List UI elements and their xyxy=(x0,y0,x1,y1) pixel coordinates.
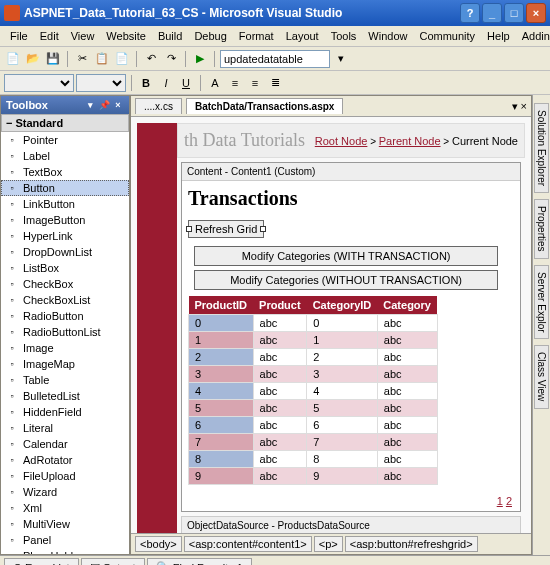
toolbox-item-multiview[interactable]: ▫MultiView xyxy=(1,516,129,532)
open-icon[interactable]: 📂 xyxy=(24,50,42,68)
toolbox-item-literal[interactable]: ▫Literal xyxy=(1,420,129,436)
output-tab[interactable]: ▤Output xyxy=(81,558,145,565)
menu-tools[interactable]: Tools xyxy=(325,28,363,44)
table-row[interactable]: 0abc0abc xyxy=(189,315,438,332)
server-explorer-tab[interactable]: Server Explor xyxy=(534,265,549,340)
toolbox-item-adrotator[interactable]: ▫AdRotator xyxy=(1,452,129,468)
refresh-grid-button[interactable]: Refresh Grid xyxy=(188,220,264,238)
menu-addins[interactable]: Addins xyxy=(516,28,550,44)
redo-icon[interactable]: ↷ xyxy=(162,50,180,68)
toolbox-item-label[interactable]: ▫Label xyxy=(1,148,129,164)
font-select[interactable] xyxy=(4,74,74,92)
toolbox-close-icon[interactable]: × xyxy=(112,99,124,111)
modify-with-transaction-button[interactable]: Modify Categories (WITH TRANSACTION) xyxy=(194,246,498,266)
toolbox-item-checkboxlist[interactable]: ▫CheckBoxList xyxy=(1,292,129,308)
toolbox-item-imagebutton[interactable]: ▫ImageButton xyxy=(1,212,129,228)
toolbox-item-imagemap[interactable]: ▫ImageMap xyxy=(1,356,129,372)
minimize-button[interactable]: _ xyxy=(482,3,502,23)
grid-header[interactable]: Product xyxy=(253,296,307,315)
save-icon[interactable]: 💾 xyxy=(44,50,62,68)
config-input[interactable] xyxy=(220,50,330,68)
table-row[interactable]: 2abc2abc xyxy=(189,349,438,366)
paste-icon[interactable]: 📄 xyxy=(113,50,131,68)
new-icon[interactable]: 📄 xyxy=(4,50,22,68)
menu-format[interactable]: Format xyxy=(233,28,280,44)
toolbox-item-calendar[interactable]: ▫Calendar xyxy=(1,436,129,452)
tag-body[interactable]: <body> xyxy=(135,536,182,552)
toolbox-item-pointer[interactable]: ▫Pointer xyxy=(1,132,129,148)
align-center-icon[interactable]: ≡ xyxy=(246,74,264,92)
breadcrumb-parent[interactable]: Parent Node xyxy=(379,135,441,147)
tab-dropdown-icon[interactable]: ▾ xyxy=(512,100,518,113)
size-select[interactable] xyxy=(76,74,126,92)
menu-community[interactable]: Community xyxy=(413,28,481,44)
toolbox-item-table[interactable]: ▫Table xyxy=(1,372,129,388)
toolbox-pin-icon[interactable]: 📌 xyxy=(98,99,110,111)
help-button[interactable]: ? xyxy=(460,3,480,23)
menu-edit[interactable]: Edit xyxy=(34,28,65,44)
toolbox-item-fileupload[interactable]: ▫FileUpload xyxy=(1,468,129,484)
table-row[interactable]: 7abc7abc xyxy=(189,434,438,451)
tab-active[interactable]: BatchData/Transactions.aspx xyxy=(186,98,344,114)
menu-debug[interactable]: Debug xyxy=(188,28,232,44)
undo-icon[interactable]: ↶ xyxy=(142,50,160,68)
toolbox-item-radiobutton[interactable]: ▫RadioButton xyxy=(1,308,129,324)
menu-file[interactable]: File xyxy=(4,28,34,44)
tab-inactive[interactable]: ....x.cs xyxy=(135,98,182,114)
content-placeholder[interactable]: Content - Content1 (Custom) Transactions… xyxy=(181,162,521,512)
underline-icon[interactable]: U xyxy=(177,74,195,92)
toolbox-item-linkbutton[interactable]: ▫LinkButton xyxy=(1,196,129,212)
menu-layout[interactable]: Layout xyxy=(280,28,325,44)
table-row[interactable]: 9abc9abc xyxy=(189,468,438,485)
copy-icon[interactable]: 📋 xyxy=(93,50,111,68)
toolbox-item-radiobuttonlist[interactable]: ▫RadioButtonList xyxy=(1,324,129,340)
table-row[interactable]: 3abc3abc xyxy=(189,366,438,383)
toolbox-item-checkbox[interactable]: ▫CheckBox xyxy=(1,276,129,292)
menu-window[interactable]: Window xyxy=(362,28,413,44)
toolbox-item-textbox[interactable]: ▫TextBox xyxy=(1,164,129,180)
italic-icon[interactable]: I xyxy=(157,74,175,92)
toolbox-item-bulletedlist[interactable]: ▫BulletedList xyxy=(1,388,129,404)
toolbox-item-image[interactable]: ▫Image xyxy=(1,340,129,356)
dropdown-icon[interactable]: ▾ xyxy=(332,50,350,68)
grid-header[interactable]: Category xyxy=(377,296,437,315)
maximize-button[interactable]: □ xyxy=(504,3,524,23)
list-icon[interactable]: ≣ xyxy=(266,74,284,92)
objectdatasource-label[interactable]: ObjectDataSource - ProductsDataSource xyxy=(181,516,521,533)
tag-button[interactable]: <asp:button#refreshgrid> xyxy=(345,536,478,552)
toolbox-item-xml[interactable]: ▫Xml xyxy=(1,500,129,516)
menu-view[interactable]: View xyxy=(65,28,101,44)
properties-tab[interactable]: Properties xyxy=(534,199,549,259)
page-1[interactable]: 1 xyxy=(497,495,503,507)
toolbox-item-hyperlink[interactable]: ▫HyperLink xyxy=(1,228,129,244)
grid-header[interactable]: CategoryID xyxy=(307,296,378,315)
align-left-icon[interactable]: ≡ xyxy=(226,74,244,92)
design-surface[interactable]: th Data Tutorials Root Node > Parent Nod… xyxy=(131,117,531,533)
tag-p[interactable]: <p> xyxy=(314,536,343,552)
table-row[interactable]: 5abc5abc xyxy=(189,400,438,417)
products-grid[interactable]: ProductIDProductCategoryIDCategory0abc0a… xyxy=(188,296,438,485)
breadcrumb-root[interactable]: Root Node xyxy=(315,135,368,147)
grid-header[interactable]: ProductID xyxy=(189,296,254,315)
toolbox-item-dropdownlist[interactable]: ▫DropDownList xyxy=(1,244,129,260)
find-results-tab[interactable]: 🔍Find Results 1 xyxy=(147,558,252,565)
run-icon[interactable]: ▶ xyxy=(191,50,209,68)
table-row[interactable]: 4abc4abc xyxy=(189,383,438,400)
class-view-tab[interactable]: Class View xyxy=(534,345,549,408)
toolbox-item-wizard[interactable]: ▫Wizard xyxy=(1,484,129,500)
error-list-tab[interactable]: ⊗Error List xyxy=(4,558,79,565)
close-button[interactable]: × xyxy=(526,3,546,23)
table-row[interactable]: 1abc1abc xyxy=(189,332,438,349)
toolbox-item-panel[interactable]: ▫Panel xyxy=(1,532,129,548)
toolbox-item-placeholder[interactable]: ▫PlaceHolder xyxy=(1,548,129,554)
menu-website[interactable]: Website xyxy=(100,28,152,44)
page-2[interactable]: 2 xyxy=(506,495,512,507)
toolbox-category[interactable]: − Standard xyxy=(1,114,129,132)
cut-icon[interactable]: ✂ xyxy=(73,50,91,68)
toolbox-item-button[interactable]: ▫Button xyxy=(1,180,129,196)
menu-build[interactable]: Build xyxy=(152,28,188,44)
toolbox-item-listbox[interactable]: ▫ListBox xyxy=(1,260,129,276)
table-row[interactable]: 8abc8abc xyxy=(189,451,438,468)
menu-help[interactable]: Help xyxy=(481,28,516,44)
forecolor-icon[interactable]: A xyxy=(206,74,224,92)
